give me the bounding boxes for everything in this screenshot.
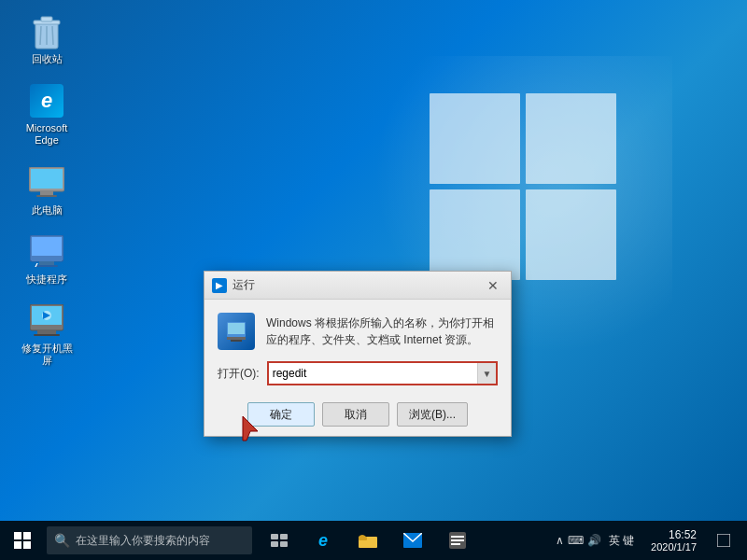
dialog-input-label: 打开(O): (218, 366, 260, 382)
tray-keyboard-icon[interactable]: ⌨ (568, 534, 584, 547)
desktop: 回收站 e MicrosoftEdge 此电脑 (0, 0, 747, 521)
recycle-bin-icon (28, 13, 65, 50)
svg-rect-41 (451, 543, 460, 545)
taskbar-explorer-app[interactable] (347, 521, 388, 560)
run-dialog: ▶ 运行 ✕ Windows 将根据你所输入的名称，为你打开相应的程序、文件夹、… (204, 271, 512, 437)
svg-line-3 (40, 26, 41, 45)
taskbar-app-extra[interactable] (437, 521, 478, 560)
svg-rect-8 (40, 191, 53, 195)
cancel-button[interactable]: 取消 (322, 402, 389, 427)
taskbar: 🔍 在这里输入你要搜索的内容 e (0, 521, 747, 560)
svg-rect-28 (23, 532, 31, 539)
svg-line-5 (52, 26, 53, 45)
dialog-close-button[interactable]: ✕ (483, 275, 503, 296)
svg-rect-14 (35, 265, 58, 267)
svg-rect-33 (271, 541, 278, 547)
svg-rect-42 (717, 534, 730, 547)
svg-rect-9 (36, 195, 57, 197)
taskbar-tray: ∧ ⌨ 🔊 英 键 16:52 2020/1/17 (550, 521, 747, 560)
dialog-content-row: Windows 将根据你所输入的名称，为你打开相应的程序、文件夹、文档或 Int… (218, 313, 498, 350)
tray-datetime[interactable]: 16:52 2020/1/17 (643, 528, 704, 553)
taskbar-edge-app[interactable]: e (303, 521, 344, 560)
dialog-input-row: 打开(O): ▼ (218, 361, 498, 385)
svg-rect-18 (37, 330, 56, 334)
dialog-title-icon: ▶ (212, 278, 227, 293)
my-computer-icon (28, 164, 65, 202)
svg-rect-31 (271, 534, 278, 539)
dialog-description: Windows 将根据你所输入的名称，为你打开相应的程序、文件夹、文档或 Int… (266, 315, 498, 348)
desktop-icon-recycle-bin[interactable]: 回收站 (14, 9, 79, 69)
tray-arrow-icon[interactable]: ∧ (556, 534, 564, 547)
svg-rect-36 (359, 537, 367, 540)
svg-rect-13 (39, 261, 54, 265)
svg-rect-32 (280, 534, 288, 539)
edge-icon: e (28, 82, 65, 119)
tray-time: 16:52 (669, 528, 697, 541)
shortcut-icon (28, 233, 65, 271)
start-button[interactable] (0, 521, 45, 560)
repair-label: 修复开机黑屏 (18, 343, 76, 367)
dialog-titlebar: ▶ 运行 ✕ (204, 272, 511, 300)
windows-logo (430, 93, 635, 299)
dialog-body: Windows 将根据你所输入的名称，为你打开相应的程序、文件夹、文档或 Int… (204, 300, 511, 436)
desktop-icons-area: 回收站 e MicrosoftEdge 此电脑 (14, 9, 79, 371)
desktop-icon-edge[interactable]: e MicrosoftEdge (14, 78, 79, 150)
svg-rect-23 (228, 323, 245, 334)
dialog-title-text: 运行 (233, 277, 483, 293)
tray-notification-button[interactable] (704, 521, 743, 560)
taskbar-middle-area: e (260, 521, 478, 560)
svg-rect-19 (34, 334, 60, 336)
dialog-buttons: 确定 取消 浏览(B)... (218, 399, 498, 427)
dialog-run-icon (218, 313, 255, 350)
shortcut-label: 快捷程序 (26, 273, 67, 286)
svg-rect-12 (32, 256, 62, 261)
svg-rect-24 (227, 337, 246, 340)
svg-rect-30 (23, 541, 31, 549)
browse-button[interactable]: 浏览(B)... (397, 402, 468, 427)
svg-rect-39 (451, 536, 464, 538)
svg-rect-29 (14, 541, 21, 549)
ok-button[interactable]: 确定 (247, 402, 315, 427)
tray-date: 2020/1/17 (651, 541, 697, 553)
task-view-button[interactable] (260, 521, 299, 560)
svg-rect-40 (451, 539, 464, 541)
edge-label: MicrosoftEdge (26, 122, 68, 147)
tray-language-indicator[interactable]: 英 键 (605, 533, 638, 549)
desktop-icon-repair[interactable]: 修复开机黑屏 (14, 299, 79, 371)
my-computer-label: 此电脑 (32, 204, 63, 217)
taskbar-search-bar[interactable]: 🔍 在这里输入你要搜索的内容 (47, 526, 252, 554)
repair-icon (28, 302, 65, 340)
taskbar-search-icon: 🔍 (54, 533, 70, 548)
desktop-icon-my-computer[interactable]: 此电脑 (14, 161, 79, 220)
recycle-bin-label: 回收站 (32, 53, 63, 65)
svg-rect-27 (14, 532, 21, 539)
taskbar-mail-app[interactable] (392, 521, 433, 560)
tray-volume-icon[interactable]: 🔊 (587, 534, 601, 547)
desktop-icon-shortcut[interactable]: 快捷程序 (14, 230, 79, 289)
svg-rect-34 (280, 541, 288, 547)
run-input[interactable] (269, 364, 477, 383)
taskbar-search-text: 在这里输入你要搜索的内容 (76, 533, 210, 549)
svg-rect-2 (41, 17, 52, 21)
tray-icons-area: ∧ ⌨ 🔊 英 键 (550, 533, 643, 549)
dialog-input-wrap: ▼ (267, 361, 498, 385)
dropdown-arrow-button[interactable]: ▼ (477, 363, 496, 384)
svg-rect-25 (231, 340, 242, 342)
svg-rect-11 (32, 237, 62, 256)
svg-rect-7 (31, 169, 63, 189)
